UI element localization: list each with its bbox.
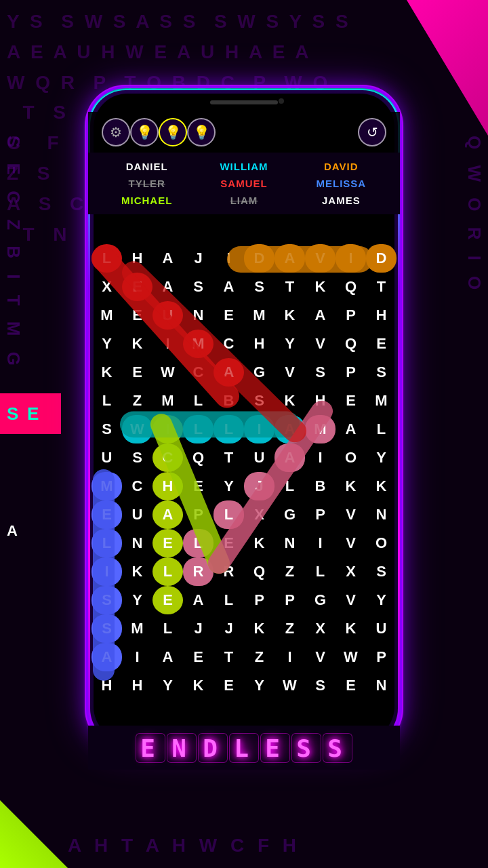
cell-6-6[interactable]: A — [274, 415, 305, 443]
cell-14-1[interactable]: I — [122, 643, 152, 671]
cell-10-8[interactable]: V — [336, 529, 366, 557]
cell-9-0[interactable]: E — [92, 500, 122, 529]
cell-9-7[interactable]: P — [305, 500, 336, 529]
cell-0-7[interactable]: V — [305, 244, 336, 273]
cell-15-4[interactable]: E — [214, 671, 244, 700]
cell-15-9[interactable]: N — [366, 671, 396, 700]
cell-9-8[interactable]: V — [336, 500, 366, 529]
cell-7-3[interactable]: Q — [183, 443, 214, 472]
cell-0-3[interactable]: J — [183, 244, 214, 273]
cell-14-7[interactable]: V — [305, 643, 336, 671]
cell-3-2[interactable]: I — [152, 330, 183, 358]
cell-10-5[interactable]: K — [244, 529, 274, 557]
cell-0-8[interactable]: I — [336, 244, 366, 273]
cell-11-6[interactable]: Z — [274, 557, 305, 586]
cell-8-5[interactable]: J — [244, 472, 274, 500]
word-melissa[interactable]: MELISSA — [293, 176, 390, 191]
cell-7-2[interactable]: C — [152, 443, 183, 472]
cell-15-1[interactable]: H — [122, 671, 152, 700]
refresh-button[interactable]: ↺ — [358, 118, 386, 146]
cell-7-5[interactable]: U — [244, 443, 274, 472]
cell-1-3[interactable]: S — [183, 273, 214, 301]
cell-6-3[interactable]: L — [183, 415, 214, 443]
cell-9-5[interactable]: X — [244, 500, 274, 529]
cell-6-8[interactable]: A — [336, 415, 366, 443]
cell-8-7[interactable]: B — [305, 472, 336, 500]
cell-1-6[interactable]: T — [274, 273, 305, 301]
cell-3-9[interactable]: E — [366, 330, 396, 358]
cell-11-3[interactable]: R — [183, 557, 214, 586]
cell-10-4[interactable]: E — [214, 529, 244, 557]
cell-11-8[interactable]: X — [336, 557, 366, 586]
word-james[interactable]: JAMES — [293, 193, 390, 208]
cell-12-2[interactable]: E — [152, 586, 183, 614]
cell-14-9[interactable]: P — [366, 643, 396, 671]
cell-7-4[interactable]: T — [214, 443, 244, 472]
cell-8-3[interactable]: E — [183, 472, 214, 500]
cell-14-8[interactable]: W — [336, 643, 366, 671]
cell-1-5[interactable]: S — [244, 273, 274, 301]
hint-button-1[interactable]: 💡 — [130, 118, 159, 146]
cell-12-4[interactable]: L — [214, 586, 244, 614]
word-michael[interactable]: MICHAEL — [98, 193, 195, 208]
cell-11-7[interactable]: L — [305, 557, 336, 586]
hint-button-2[interactable]: 💡 — [159, 118, 187, 146]
cell-10-1[interactable]: N — [122, 529, 152, 557]
cell-13-5[interactable]: K — [244, 614, 274, 643]
cell-15-0[interactable]: H — [92, 671, 122, 700]
cell-2-2[interactable]: U — [152, 301, 183, 330]
word-david[interactable]: DAVID — [293, 159, 390, 174]
cell-5-6[interactable]: K — [274, 387, 305, 415]
cell-2-0[interactable]: M — [92, 301, 122, 330]
cell-4-8[interactable]: P — [336, 358, 366, 387]
cell-9-4[interactable]: L — [214, 500, 244, 529]
cell-10-6[interactable]: N — [274, 529, 305, 557]
cell-12-8[interactable]: V — [336, 586, 366, 614]
word-daniel[interactable]: DANIEL — [98, 159, 195, 174]
cell-6-9[interactable]: L — [366, 415, 396, 443]
cell-4-0[interactable]: K — [92, 358, 122, 387]
cell-5-3[interactable]: L — [183, 387, 214, 415]
cell-5-5[interactable]: S — [244, 387, 274, 415]
cell-9-1[interactable]: U — [122, 500, 152, 529]
cell-0-1[interactable]: H — [122, 244, 152, 273]
cell-9-2[interactable]: A — [152, 500, 183, 529]
cell-12-1[interactable]: Y — [122, 586, 152, 614]
cell-8-4[interactable]: Y — [214, 472, 244, 500]
cell-11-1[interactable]: K — [122, 557, 152, 586]
cell-9-3[interactable]: P — [183, 500, 214, 529]
cell-13-0[interactable]: S — [92, 614, 122, 643]
cell-9-9[interactable]: N — [366, 500, 396, 529]
cell-13-8[interactable]: K — [336, 614, 366, 643]
cell-7-7[interactable]: I — [305, 443, 336, 472]
cell-6-5[interactable]: I — [244, 415, 274, 443]
cell-3-8[interactable]: Q — [336, 330, 366, 358]
cell-2-7[interactable]: A — [305, 301, 336, 330]
cell-10-3[interactable]: L — [183, 529, 214, 557]
cell-1-4[interactable]: A — [214, 273, 244, 301]
cell-15-2[interactable]: Y — [152, 671, 183, 700]
cell-10-9[interactable]: O — [366, 529, 396, 557]
cell-0-5[interactable]: D — [244, 244, 274, 273]
cell-7-0[interactable]: U — [92, 443, 122, 472]
cell-2-8[interactable]: P — [336, 301, 366, 330]
cell-11-2[interactable]: L — [152, 557, 183, 586]
cell-1-8[interactable]: Q — [336, 273, 366, 301]
cell-8-9[interactable]: K — [366, 472, 396, 500]
cell-0-4[interactable]: I — [214, 244, 244, 273]
cell-2-4[interactable]: E — [214, 301, 244, 330]
cell-8-2[interactable]: H — [152, 472, 183, 500]
cell-2-6[interactable]: K — [274, 301, 305, 330]
cell-15-7[interactable]: S — [305, 671, 336, 700]
word-william[interactable]: WILLIAM — [195, 159, 292, 174]
cell-5-4[interactable]: B — [214, 387, 244, 415]
cell-10-0[interactable]: L — [92, 529, 122, 557]
cell-8-1[interactable]: C — [122, 472, 152, 500]
cell-13-2[interactable]: L — [152, 614, 183, 643]
cell-7-6[interactable]: A — [274, 443, 305, 472]
cell-7-1[interactable]: S — [122, 443, 152, 472]
cell-0-2[interactable]: A — [152, 244, 183, 273]
cell-7-8[interactable]: O — [336, 443, 366, 472]
cell-6-1[interactable]: W — [122, 415, 152, 443]
cell-12-6[interactable]: P — [274, 586, 305, 614]
